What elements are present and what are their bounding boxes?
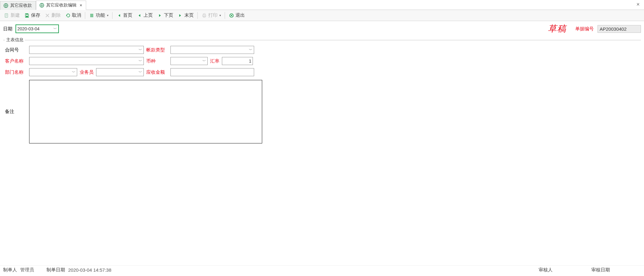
delete-icon	[45, 13, 50, 18]
chevron-down-icon: ﹀	[202, 59, 206, 64]
tab-label: 其它应收款	[10, 3, 32, 8]
separator	[85, 12, 85, 19]
new-button[interactable]: 新建	[2, 11, 22, 19]
remark-textarea[interactable]	[29, 80, 262, 143]
sales-label: 业务员	[80, 69, 94, 75]
toolbar-label: 上页	[143, 12, 153, 18]
svg-rect-4	[26, 14, 28, 15]
separator	[112, 12, 112, 19]
chevron-down-icon: ▾	[219, 14, 221, 17]
dept-select[interactable]: ﹀	[29, 68, 77, 76]
currency-select[interactable]: ﹀	[170, 57, 208, 65]
tab-label: 其它应收款编辑	[46, 2, 77, 8]
cancel-button[interactable]: 取消	[63, 11, 83, 19]
rate-label: 汇率	[210, 58, 219, 64]
delete-button[interactable]: 删除	[43, 11, 63, 19]
tab-other-receivables-edit[interactable]: 其它应收款编辑 ×	[36, 1, 86, 10]
separator	[197, 12, 198, 19]
separator	[225, 12, 225, 19]
remark-label: 备注	[5, 109, 27, 115]
date-value: 2020-03-04	[17, 26, 40, 31]
chevron-down-icon: ▾	[107, 14, 108, 17]
new-icon	[4, 13, 9, 18]
last-icon	[178, 13, 183, 18]
print-button[interactable]: 打印 ▾	[200, 11, 223, 19]
save-icon	[24, 13, 30, 18]
prev-page-button[interactable]: 上页	[135, 11, 155, 19]
main-info-fieldset: 主表信息 合同号 ﹀ 帐款类型 ﹀ 客户名称 ﹀ 币种	[3, 37, 641, 145]
close-icon[interactable]: ×	[80, 3, 82, 8]
chevron-down-icon: ﹀	[139, 47, 142, 53]
contract-select[interactable]: ﹀	[29, 46, 144, 54]
toolbar-label: 末页	[184, 12, 194, 18]
toolbar-label: 下页	[164, 12, 173, 18]
date-label: 日期	[3, 26, 12, 32]
next-icon	[157, 13, 163, 18]
prev-icon	[137, 13, 142, 18]
legend: 主表信息	[5, 37, 25, 43]
chevron-down-icon: ﹀	[139, 70, 142, 75]
first-icon	[116, 13, 122, 18]
exit-icon	[229, 13, 234, 18]
toolbar-label: 新建	[11, 12, 20, 18]
save-button[interactable]: 保存	[22, 11, 42, 19]
undo-icon	[65, 13, 71, 18]
toolbar-label: 功能	[96, 12, 105, 18]
rate-input[interactable]: 1	[222, 57, 253, 65]
function-button[interactable]: 功能 ▾	[87, 11, 110, 19]
toolbar-label: 退出	[236, 12, 245, 18]
amount-input[interactable]	[170, 68, 254, 76]
window-close-icon[interactable]: ×	[634, 1, 642, 8]
toolbar-label: 取消	[72, 12, 81, 18]
toolbar-label: 首页	[123, 12, 132, 18]
dept-label: 部门名称	[5, 69, 27, 75]
svg-rect-3	[26, 16, 28, 17]
acct-type-select[interactable]: ﹀	[170, 46, 254, 54]
contract-label: 合同号	[5, 47, 27, 53]
date-select[interactable]: 2020-03-04 ﹀	[15, 24, 59, 33]
print-icon	[201, 13, 207, 18]
customer-label: 客户名称	[5, 58, 27, 64]
toolbar-label: 保存	[31, 12, 40, 18]
amount-label: 应收金额	[146, 69, 168, 75]
first-page-button[interactable]: 首页	[114, 11, 134, 19]
customer-select[interactable]: ﹀	[29, 57, 144, 65]
next-page-button[interactable]: 下页	[155, 11, 175, 19]
tab-other-receivables[interactable]: 其它应收款	[0, 1, 36, 10]
toolbar-label: 删除	[51, 12, 61, 18]
list-icon	[89, 13, 95, 18]
status-badge: 草稿	[548, 23, 567, 35]
header-row: 日期 2020-03-04 ﹀ 草稿 单据编号 AP20030402	[0, 21, 644, 35]
last-page-button[interactable]: 末页	[176, 11, 196, 19]
docno-input[interactable]: AP20030402	[598, 25, 641, 33]
chevron-down-icon: ﹀	[249, 47, 253, 53]
exit-button[interactable]: 退出	[227, 11, 247, 19]
toolbar-label: 打印	[208, 12, 218, 18]
svg-rect-6	[203, 14, 205, 15]
tab-bar: 其它应收款 其它应收款编辑 × ×	[0, 0, 644, 10]
toolbar: 新建 保存 删除 取消 功能 ▾ 首页 上页	[0, 10, 644, 21]
globe-icon	[3, 3, 8, 8]
globe-icon	[39, 3, 44, 8]
chevron-down-icon: ﹀	[139, 59, 142, 64]
docno-label: 单据编号	[575, 26, 594, 32]
sales-select[interactable]: ﹀	[96, 68, 144, 76]
rate-value: 1	[249, 59, 251, 64]
acct-type-label: 帐款类型	[146, 47, 168, 53]
chevron-down-icon: ﹀	[53, 26, 57, 32]
svg-rect-7	[203, 16, 205, 17]
currency-label: 币种	[146, 58, 168, 64]
chevron-down-icon: ﹀	[72, 70, 76, 75]
docno-value: AP20030402	[600, 26, 627, 32]
